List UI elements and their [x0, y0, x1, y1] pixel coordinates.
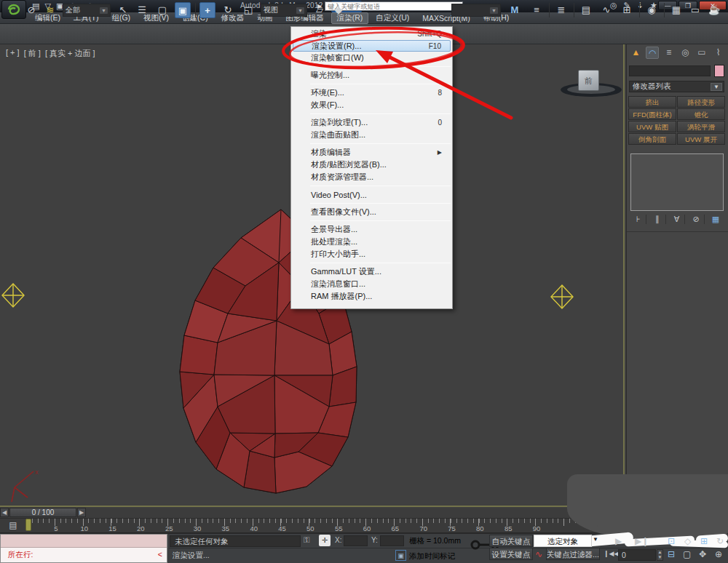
rectangular-selection-region-icon[interactable]: ▢	[154, 2, 170, 18]
display-tab-icon[interactable]: ▭	[695, 47, 709, 59]
modifier-pathdeform-button[interactable]: 路径变形	[677, 96, 725, 108]
time-slider[interactable]: 0 / 100	[9, 508, 76, 517]
remove-modifier-icon[interactable]: ⊘	[689, 215, 705, 224]
graphite-modeling-icon[interactable]: ▤	[578, 2, 594, 18]
menu-item-render-message-window[interactable]: 渲染消息窗口...	[291, 278, 452, 290]
object-name-field[interactable]	[629, 65, 711, 76]
orbit-icon[interactable]: ↻	[716, 536, 724, 546]
time-slider-prev-arrow[interactable]: ◀	[0, 508, 9, 517]
menu-item-environment[interactable]: 环境(E)...8	[291, 87, 452, 99]
pan-hand-icon[interactable]: ✥	[699, 549, 706, 559]
zoom-icon[interactable]: ⊕	[715, 549, 722, 559]
schematic-view-icon[interactable]: ⊞	[619, 2, 635, 18]
curve-editor-icon[interactable]: ∿	[598, 2, 614, 18]
modifier-list-dropdown[interactable]: 修改器列表▼	[629, 81, 724, 92]
rendered-frame-window-icon[interactable]: ▭	[687, 2, 703, 18]
reference-coordinate-dropdown[interactable]: 视图▼	[261, 4, 307, 17]
menu-item-panorama-exporter[interactable]: 全景导出器...	[291, 223, 452, 236]
menu-item-ram-player[interactable]: RAM 播放器(P)...	[291, 290, 452, 303]
track-bar[interactable]: 0 5 10 15 20 25 30 35 40 45 50 55 60 65 …	[0, 518, 626, 533]
menu-item-batch-render[interactable]: 批处理渲染...	[291, 236, 452, 248]
menu-item-rendered-frame-window[interactable]: 渲染帧窗口(W)	[291, 52, 452, 64]
menu-item-render-to-texture[interactable]: 渲染到纹理(T)...0	[291, 116, 452, 129]
coord-y-field[interactable]	[380, 535, 404, 546]
utilities-tab-icon[interactable]: ⌇	[711, 47, 725, 59]
modifier-bevelprofile-button[interactable]: 倒角剖面	[628, 133, 676, 145]
select-and-move-icon[interactable]: +	[199, 2, 215, 18]
menu-item-material-map-browser[interactable]: 材质/贴图浏览器(B)...	[291, 159, 452, 171]
pin-stack-icon[interactable]: ⊦	[630, 215, 646, 224]
motion-tab-icon[interactable]: ◎	[678, 47, 692, 59]
window-crossing-icon[interactable]: ▣	[175, 2, 191, 18]
viewcube[interactable]: 前	[578, 70, 599, 91]
viewport-menu-shading[interactable]: [ 真实 + 边面 ]	[45, 48, 95, 59]
time-slider-next-arrow[interactable]: ▶	[77, 508, 86, 517]
open-mini-listener-icon[interactable]: ▤	[4, 519, 22, 531]
menu-item-render[interactable]: 渲染Shift+Q	[291, 28, 452, 40]
menu-item-material-explorer[interactable]: 材质资源管理器...	[291, 171, 452, 183]
zoom-region-icon[interactable]: ⊟	[668, 549, 675, 559]
left-dummy-gizmo[interactable]	[1, 282, 25, 308]
key-filters-button[interactable]: 关键点过滤器...	[546, 548, 600, 560]
go-to-start-icon[interactable]: ❙◀◀	[604, 550, 619, 557]
modifier-stack-list[interactable]	[630, 153, 724, 211]
zoom-extents-all-icon[interactable]: ⊞	[700, 536, 708, 546]
max-logo-icon[interactable]	[1, 0, 26, 19]
coord-x-field[interactable]	[344, 535, 368, 546]
hierarchy-tab-icon[interactable]: ≡	[662, 47, 676, 59]
menu-item-view-image-file[interactable]: 查看图像文件(V)...	[291, 206, 452, 218]
menu-item-exposure-control[interactable]: 曝光控制...	[291, 69, 452, 81]
selection-filter-dropdown[interactable]: 全部▼	[63, 4, 111, 17]
modifier-taper-button[interactable]: 锥化	[677, 108, 725, 120]
communication-center-icon[interactable]: ⇣	[637, 1, 644, 10]
select-by-name-icon[interactable]: ☰	[134, 2, 150, 18]
field-of-view-icon[interactable]: ◇	[684, 536, 691, 546]
viewport-menu-view[interactable]: [ 前 ]	[24, 48, 41, 59]
configure-modifier-sets-icon[interactable]: ▦	[708, 215, 724, 224]
select-and-rotate-icon[interactable]: ↻	[220, 2, 236, 18]
current-frame-field[interactable]: 0	[618, 549, 656, 561]
menu-item-video-post[interactable]: Video Post(V)...	[291, 188, 452, 201]
set-key-button[interactable]: 设置关键点	[489, 548, 533, 560]
modify-tab-icon[interactable]: ◠	[646, 47, 660, 59]
add-time-tag[interactable]: 添加时间标记	[409, 551, 455, 562]
create-tab-icon[interactable]: ▲	[629, 47, 643, 59]
maximize-viewport-toggle-icon[interactable]: ▢	[683, 549, 691, 559]
layer-manager-icon[interactable]: ≣	[553, 2, 569, 18]
render-setup-icon[interactable]: ▦	[668, 2, 684, 18]
use-pivot-center-icon[interactable]: ▱	[312, 2, 328, 18]
menu-item-effects[interactable]: 效果(F)...	[291, 99, 452, 111]
time-tag-icon[interactable]: ▣	[395, 550, 406, 561]
set-key-curve-icon[interactable]: ∿	[535, 549, 542, 559]
menu-item-print-size-assistant[interactable]: 打印大小助手...	[291, 248, 452, 260]
viewport-menu-plus[interactable]: [ + ]	[6, 48, 20, 59]
show-end-result-icon[interactable]: ∥	[650, 215, 666, 224]
frame-spinner[interactable]: ▲▼	[657, 549, 663, 561]
bind-to-spacewarp-icon[interactable]: ≋	[42, 2, 58, 18]
selection-set-caret-icon[interactable]: ▼	[593, 536, 598, 543]
modifier-extrude-button[interactable]: 挤出	[628, 96, 676, 108]
menu-item-material-editor[interactable]: 材质编辑器▶	[291, 146, 452, 159]
make-unique-icon[interactable]: ∀	[669, 215, 685, 224]
material-editor-icon[interactable]: ◉	[644, 2, 660, 18]
right-dummy-gizmo[interactable]	[550, 284, 574, 310]
named-selection-sets-dropdown[interactable]: ▼	[451, 4, 501, 17]
absolute-mode-toggle-icon[interactable]: ✛	[319, 535, 331, 546]
mirror-icon[interactable]: M	[507, 2, 523, 18]
maxscript-mini-listener[interactable]: 所在行:<	[0, 534, 167, 563]
next-frame-icon[interactable]: ▶❙	[635, 536, 649, 546]
play-animation-icon[interactable]: ▶	[615, 536, 622, 546]
modifier-ffd-button[interactable]: FFD(圆柱体)	[628, 108, 676, 120]
zoom-extents-icon[interactable]: ⊡	[668, 536, 675, 546]
current-frame-marker[interactable]	[25, 519, 31, 531]
align-icon[interactable]: ≡	[529, 2, 545, 18]
auto-key-button[interactable]: 自动关键点	[489, 535, 533, 547]
object-color-swatch[interactable]	[714, 65, 724, 77]
select-and-scale-icon[interactable]: ◱	[240, 2, 256, 18]
render-production-teapot-icon[interactable]: ☕	[706, 2, 722, 18]
selection-lock-icon[interactable]: ⚿	[304, 535, 309, 545]
select-and-manipulate-icon[interactable]: ◆	[331, 2, 347, 18]
menu-item-gamma-lut-setup[interactable]: Gamma/LUT 设置...	[291, 265, 452, 278]
menu-item-render-surface-map[interactable]: 渲染曲面贴图...	[291, 129, 452, 141]
menu-item-render-setup[interactable]: 渲染设置(R)...F10	[293, 40, 451, 52]
